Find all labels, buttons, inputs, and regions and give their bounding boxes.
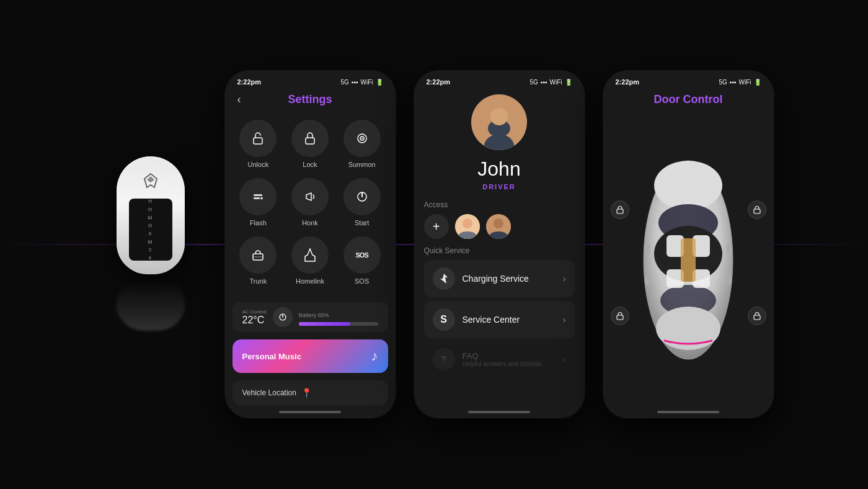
key-text-6: Ш <box>148 239 153 244</box>
honk-item[interactable]: Honk <box>289 178 331 227</box>
car-top-view <box>603 114 774 406</box>
back-button[interactable]: ‹ <box>237 93 241 106</box>
key-fob-logo <box>138 169 163 194</box>
charging-service-icon <box>438 272 450 285</box>
door-lock-front-left[interactable] <box>611 200 629 219</box>
flash-icon-circle <box>239 178 277 215</box>
settings-title: Settings <box>288 93 332 106</box>
vehicle-location-row[interactable]: Vehicle Location 📍 <box>232 380 388 405</box>
climate-value: 22°C <box>242 315 267 326</box>
profile-role: DRIVER <box>482 183 516 191</box>
lock-item[interactable]: Lock <box>289 120 331 168</box>
svg-point-20 <box>494 218 503 228</box>
svg-point-4 <box>361 138 363 139</box>
faq-icon: ? <box>433 348 455 370</box>
battery2-icon: 🔋 <box>565 79 572 86</box>
trunk-item[interactable]: Trunk <box>237 236 280 285</box>
service-center-row[interactable]: S Service Center › <box>424 301 575 338</box>
key-text-4: О <box>148 223 153 228</box>
ac-section: AC Control 22°C <box>242 309 267 326</box>
unlock-item[interactable]: Unlock <box>237 120 280 168</box>
climate-icon-button[interactable] <box>273 307 293 327</box>
svg-rect-32 <box>645 244 650 254</box>
service-center-arrow-icon: › <box>563 315 566 325</box>
phone1-home-bar <box>225 406 396 418</box>
lock-fl-icon <box>616 205 624 214</box>
svg-rect-33 <box>645 276 650 285</box>
sos-item[interactable]: SOS SOS <box>341 236 383 285</box>
door-lock-rear-left[interactable] <box>611 307 629 325</box>
access-user-1-avatar[interactable] <box>455 214 480 239</box>
phone3-network: 5G <box>719 79 727 86</box>
ac-label: AC Control <box>242 309 267 315</box>
phone2-network: 5G <box>530 79 538 86</box>
phone1-time: 2:22pm <box>237 78 262 86</box>
brand-logo-icon <box>140 170 162 192</box>
power-small-icon <box>278 312 288 322</box>
lock-icon <box>303 131 317 146</box>
key-fob-reflection <box>113 282 187 331</box>
settings-title-bar: ‹ Settings <box>225 88 396 114</box>
signal-icon: ▪▪▪ <box>352 79 358 86</box>
home-indicator <box>279 411 341 413</box>
phone-settings: 2:22pm 5G ▪▪▪ WiFi 🔋 ‹ Settings <box>225 71 396 418</box>
svg-rect-37 <box>754 209 760 213</box>
door-lock-rear-right[interactable] <box>748 307 766 325</box>
music-note-icon: ♪ <box>371 348 378 364</box>
svg-rect-34 <box>727 244 732 254</box>
key-text-1: П <box>148 199 153 204</box>
phone-door-control: 2:22pm 5G ▪▪▪ WiFi 🔋 Door Control <box>603 71 774 418</box>
phone1-status-icons: 5G ▪▪▪ WiFi 🔋 <box>341 79 383 86</box>
climate-bar: AC Control 22°C Battery 65% <box>232 302 388 332</box>
svg-point-18 <box>463 218 472 228</box>
key-text-2: О <box>148 207 153 212</box>
lock-rl-icon <box>616 312 624 320</box>
lock-rr-icon <box>753 312 761 320</box>
homelink-item[interactable]: Homelink <box>289 236 331 285</box>
signal3-icon: ▪▪▪ <box>730 79 737 86</box>
start-item[interactable]: Start <box>341 178 383 227</box>
unlock-icon <box>250 131 265 146</box>
add-access-button[interactable]: + <box>424 214 449 239</box>
faq-info: FAQ Helpful answers and tutorials <box>463 351 556 367</box>
svg-point-16 <box>490 108 508 125</box>
start-label: Start <box>355 219 369 227</box>
door-control-title: Door Control <box>603 88 774 114</box>
summon-icon-circle <box>343 120 381 157</box>
battery3-icon: 🔋 <box>754 79 761 86</box>
honk-label: Honk <box>302 219 318 227</box>
svg-rect-0 <box>254 138 262 144</box>
battery-fill <box>299 322 350 326</box>
summon-item[interactable]: Summon <box>341 120 383 168</box>
honk-icon <box>303 189 317 204</box>
trunk-label: Trunk <box>249 277 267 285</box>
car-body-svg <box>626 148 750 372</box>
phone1-content: ‹ Settings Unlock <box>225 88 396 406</box>
unlock-icon-circle <box>239 120 277 157</box>
service-center-name: Service Center <box>463 315 556 325</box>
location-pin-icon: 📍 <box>301 388 312 398</box>
quick-service-label: Quick Service <box>424 246 575 255</box>
key-fob-screen: П О Ш О X Ш Ξ ¢ <box>129 199 172 261</box>
faq-title: FAQ <box>463 351 556 361</box>
flash-item[interactable]: Flash <box>237 178 280 227</box>
phone1-status-bar: 2:22pm 5G ▪▪▪ WiFi 🔋 <box>225 71 396 88</box>
key-text-7: Ξ <box>148 247 152 253</box>
honk-icon-circle <box>291 178 329 215</box>
profile-name: John <box>477 158 520 181</box>
charging-arrow-icon: › <box>563 274 566 284</box>
key-fob-body: П О Ш О X Ш Ξ ¢ <box>117 156 185 274</box>
access-user-2-avatar[interactable] <box>486 214 511 239</box>
user2-photo <box>486 214 511 239</box>
key-fob: П О Ш О X Ш Ξ ¢ <box>117 156 185 280</box>
music-title: Personal Music <box>242 352 301 361</box>
service-center-s-icon: S <box>440 314 447 325</box>
phone-profile: 2:22pm 5G ▪▪▪ WiFi 🔋 John DRIVER <box>414 71 585 418</box>
battery-label: Battery 65% <box>299 312 329 318</box>
faq-row[interactable]: ? FAQ Helpful answers and tutorials › <box>424 342 575 377</box>
music-card[interactable]: Personal Music ♪ <box>232 339 388 373</box>
trunk-icon-circle <box>239 236 277 274</box>
door-lock-front-right[interactable] <box>748 200 766 219</box>
charging-service-row[interactable]: Charging Service › <box>424 260 575 297</box>
faq-question-icon: ? <box>441 354 446 364</box>
